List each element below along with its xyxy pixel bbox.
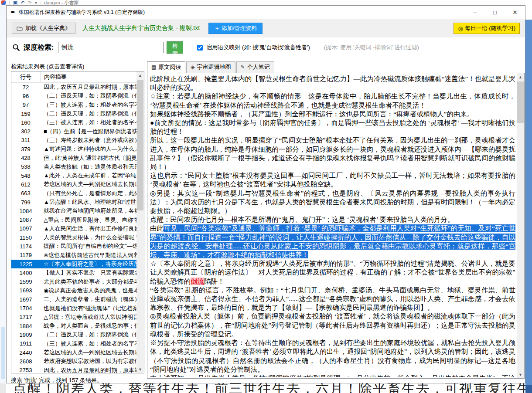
semantic-mapping-option[interactable]: 启用语义映射 (如: 搜'鬼'自动找'渡畜牲者') <box>195 44 310 52</box>
row-line-number: 302 <box>11 128 40 135</box>
row-summary: 若政府妄想以宗教治国，以为有宗教信 <box>40 357 136 365</box>
background-corner <box>0 383 6 393</box>
tab-original-text[interactable]: ▤ 原文阅读 <box>147 61 185 73</box>
table-row[interactable]: 1087△重点：民间所见附身、显灵、自称“神 <box>11 215 136 224</box>
table-row[interactable]: 799▲另点醒！此风水、地理绝对和“过世的 <box>11 198 136 207</box>
background-scrollbar-track[interactable] <box>525 20 532 386</box>
close-button[interactable]: ✕ <box>505 6 525 19</box>
tab-universe-logic-map-label: 宇宙逻辑地图 <box>197 63 231 71</box>
text-run: “各类宗教” 乱掰的谎言，不胜枚举。例如：“七月鬼门开、奈何桥、孟婆汤、牛头马面… <box>150 286 515 311</box>
row-line-number: 97 <box>11 102 40 108</box>
background-scrollbar-corner <box>525 385 532 393</box>
minimize-button[interactable]: – <box>465 6 485 19</box>
table-row[interactable]: 1400【做人】其实不复杂—只要有实际观念 <box>11 268 136 277</box>
table-row[interactable]: 302■（四）生前【是一位跟阴界倒流者或 <box>11 127 136 136</box>
table-row[interactable]: 1174提醒：民间所有“自编自创的经文”—这 <box>11 242 136 251</box>
row-summary: （三）被人连累，如：相处者的名字不 <box>40 101 136 109</box>
table-row[interactable]: 2608若政府妄想以宗教治国，以为有宗教信 <box>11 357 136 366</box>
maximize-button[interactable]: □ <box>485 6 505 19</box>
reader-scroll-up-icon[interactable]: ▲ <box>517 73 524 81</box>
row-summary: 若这区域的人类—到别处区域去长期居 <box>40 180 136 188</box>
paragraph: 所以，这一段婴儿出生的实况，明显揭穿了“民间女士堕胎”根本牵扯不了任何关系，因为… <box>150 136 515 171</box>
table-row[interactable]: 1909（二）违反天理，如：跟阴界倒流（信 <box>11 330 136 339</box>
tab-personal-notes[interactable]: ✎ 个人笔记 <box>236 61 274 73</box>
search-input[interactable] <box>58 42 164 53</box>
table-row[interactable]: 612若这区域的人类—到别处区域去长期居 <box>11 180 136 189</box>
table-row[interactable]: 1097▲人在民间生活，有付出工作修行良好 <box>11 224 136 233</box>
reader-scrollbar-thumb[interactable] <box>517 81 524 123</box>
caret-icon[interactable]: ▾ <box>35 0 38 5</box>
save-icon[interactable]: ▣ <box>13 0 17 5</box>
results-scrollbar-thumb[interactable] <box>137 80 143 210</box>
redo-icon[interactable]: ↷ <box>27 0 31 5</box>
row-summary: 因此，农历五月是最乱的时期，原本靠 <box>40 83 136 91</box>
load-dictionary-button[interactable]: 加载《人生字典》 <box>12 23 75 34</box>
table-row[interactable]: 548▲此外，人类在未成年前，若因“单纯的 <box>11 171 136 180</box>
reader-text[interactable]: 此阶段正在洗刷、掩盖婴儿体内的【智慧灵根生命者前世之记忆力】—此为冷热磁流质体接… <box>150 75 515 377</box>
row-summary: 尤其此类不轨的处事者，大部分都是与 <box>40 278 136 286</box>
reader-scrollbar[interactable]: ▲ ▼ <box>517 73 524 378</box>
row-line-number: 1179 <box>11 252 40 258</box>
row-summary: 【做人】其实不复杂—只要有实际观念 <box>40 269 136 277</box>
table-row[interactable]: 1717△另提：宫坛寺庙或道法人常以神明旨 <box>11 313 136 322</box>
selected-text: 可见，民间“各类宗教”及通灵、算命师，打着 ‘婴灵’ 的恐吓骗术，全都是利用人类… <box>150 224 515 258</box>
add-manage-button[interactable]: ＋ 添加/管理资料 <box>208 23 263 34</box>
tab-universe-logic-map[interactable]: ◈ 宇宙逻辑地图 <box>186 61 235 73</box>
search-button[interactable]: 检索 <box>167 41 183 54</box>
row-summary: ▲前述问题：这种特殊的人—为什么大 <box>40 145 136 153</box>
row-summary: （二）违反天理，如：跟阴界倒流（信 <box>40 331 136 339</box>
table-row[interactable]: 97（三）被人连累，如：相处者的名字不 <box>11 101 136 109</box>
main-window: ✒ 张国松著作深度检索与辅助学习系统 v3.1 (自定存储版) – □ ✕ 加载… <box>6 5 525 383</box>
add-manage-label: ＋ 添加/管理资料 <box>214 24 257 32</box>
table-row[interactable]: 1704也就是祂们没有“磁流魂体”（记忆档案 <box>11 304 136 312</box>
paragraph: 由此可见，民间“各类宗教”及通灵、算命师，打着 ‘婴灵’ 的恐吓骗术，全都是利用… <box>150 224 515 259</box>
results-scrollbar[interactable]: ▲ ▼ <box>136 71 144 373</box>
table-row[interactable]: 1225☆〔本人奉阴府之意〕，将亲身经历所 <box>11 260 136 268</box>
table-row[interactable]: 1084就我在台湾当地阴间地府处所见，各类 <box>11 207 136 215</box>
text-run: ◎灵魂根者投胎人类（躯体）前，负责羁押灵魂根者去投胎的 ‘渡畜牲者’，就会将该灵… <box>150 312 515 337</box>
reader-scroll-down-icon[interactable]: ▼ <box>517 371 524 378</box>
daily-insight-button[interactable]: ◎ 每日一悟 (随机学习) <box>454 23 520 34</box>
semantic-mapping-label: 启用语义映射 (如: 搜'鬼'自动找'渡畜牲者') <box>206 44 310 51</box>
table-row[interactable]: 1697二、人类的造孽者，生前磁流（魂体） <box>11 295 136 304</box>
search-icon <box>12 44 20 51</box>
row-summary: （三）被人连累，如：相处者的名字不 <box>40 340 136 348</box>
row-line-number: 1884 <box>11 323 40 329</box>
table-row[interactable]: 1884战争，对人类而言，是很残忍的事；但 <box>11 322 136 330</box>
semantic-mapping-checkbox[interactable] <box>197 45 203 51</box>
row-line-number: 160 <box>11 119 40 126</box>
table-row[interactable]: 159（二）违反天理，如：跟阴界倒流（信 <box>11 109 136 118</box>
text-run: 点醒：民间农历的七月分—根本不是所谓的“鬼月、鬼门开”；这是 ‘灵魂根者’ 要来… <box>150 216 454 223</box>
scroll-down-icon[interactable]: ▼ <box>136 366 144 373</box>
undo-icon[interactable]: ↶ <box>20 0 24 5</box>
table-row[interactable]: 96（二）违反天理，如：跟阴界倒流（信 <box>11 91 136 100</box>
search-label: 深度检索: <box>24 43 54 52</box>
text-run: ♤注意：若婴儿的脑部神经缺少，有不顺畅的情形—这是在母体腹中，胎儿脑部生长不完整… <box>150 92 515 108</box>
table-row[interactable]: 1150人类的智慧灵根体，为什么会萎缩呢？ <box>11 233 136 242</box>
row-summary: △另提：宫坛寺庙或道法人常以神明旨 <box>40 313 136 321</box>
row-line-number: 311 <box>11 137 40 143</box>
paragraph: 这也启示：“民间女士堕胎”根本没有婴灵这回事—如同民间工厂，此时不欠缺员工一样，… <box>150 171 515 189</box>
table-row[interactable]: 1179※这也是模仿前述古代早期道法人饲养 <box>11 251 136 260</box>
table-row[interactable]: 1599尤其此类不轨的处事者，大部分都是与 <box>11 278 136 286</box>
table-row[interactable]: 663（只有意外死亡，是看情形而定，此外 <box>11 189 136 198</box>
table-row[interactable]: 160（三）被人连累，如：相处者的名字不 <box>11 118 136 127</box>
window-title: 张国松著作深度检索与辅助学习系统 v3.1 (自定存储版) <box>19 9 145 16</box>
row-line-number: 72 <box>11 84 40 91</box>
table-row[interactable]: 1911（三）被人连累，如：相处者的名字不 <box>11 339 136 348</box>
table-row[interactable]: 311（三）寿终岁数未到者（意外或病故） <box>11 136 136 145</box>
sun-icon: ◎ <box>458 25 463 32</box>
table-row[interactable]: 1693◉说起真正会危害人类的恶鬼，也是本 <box>11 286 136 295</box>
row-line-number: 428 <box>11 155 40 161</box>
row-summary: （只有意外死亡，是看情形而定，此外 <box>40 190 136 197</box>
paragraph: ☆〔本人奉阴府之意〕，将亲身经历所观遇“人类死后被审判的情形”、“万物循环投胎的… <box>150 259 515 286</box>
scroll-up-icon[interactable]: ▲ <box>136 71 144 79</box>
row-summary: （二）违反天理，如：跟阴界倒流（信 <box>40 110 136 118</box>
table-row[interactable]: 72因此，农历五月是最乱的时期，原本靠 <box>11 83 136 91</box>
table-row[interactable]: 538当人类去接触（如：通灵体质者和无形 <box>11 163 136 171</box>
table-row[interactable]: 2753因此，农历五月是最乱的时期，原本靠 <box>11 366 136 373</box>
table-row[interactable]: 379▲前述问题：这种特殊的人—为什么大 <box>11 145 136 153</box>
table-row[interactable]: 428但，此‘黄种族人’通常都把古代〔阴灵 <box>11 153 136 162</box>
table-row[interactable]: 2440若这区域的人类—到别处区域去长期居 <box>11 348 136 357</box>
background-right-scrollbar <box>525 0 532 393</box>
